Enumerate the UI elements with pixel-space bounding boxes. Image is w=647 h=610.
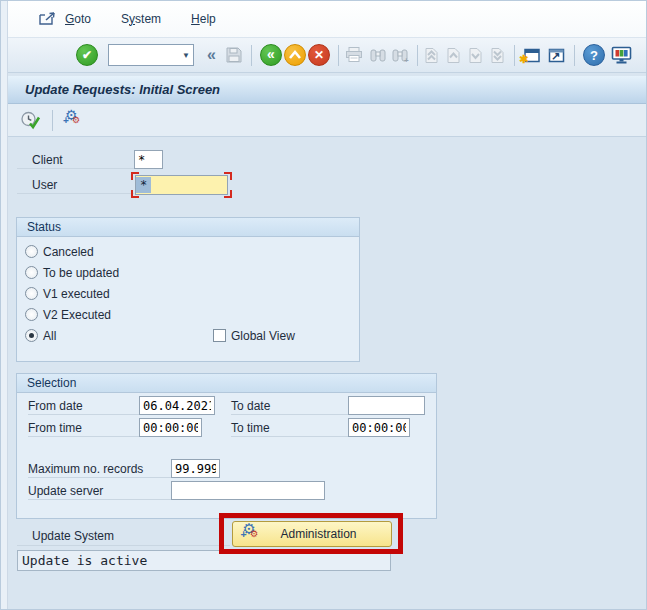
radio-label: All [43,329,56,343]
global-view-checkbox[interactable] [213,329,226,342]
toolbar-separator [52,110,53,131]
to-date-label: To date [231,398,348,415]
page-down-icon[interactable] [467,47,484,64]
gear-red-glyph: ⚙ [250,528,258,539]
toolbar-separator [338,45,339,66]
radio-v1-executed[interactable]: V1 executed [17,283,359,304]
focus-corner [131,190,139,198]
sap-menu-icon[interactable] [38,10,58,27]
radio-all[interactable]: All Global View [17,325,359,346]
update-system-label-row: Update System [17,528,230,546]
check-glyph: ✔ [82,48,92,62]
first-page-icon[interactable] [423,47,440,64]
radio-circle[interactable] [25,287,38,300]
from-date-label: From date [28,398,139,415]
focus-corner [131,172,139,180]
back-icon[interactable]: « [260,44,282,66]
toolbar-separator [417,45,418,66]
radio-label: V2 Executed [43,308,111,322]
create-shortcut-icon[interactable]: ↗ [547,47,566,64]
menu-label-part: oto [74,12,91,26]
radio-to-be-updated[interactable]: To be updated [17,262,359,283]
window-left-strip [0,0,7,610]
find-icon[interactable] [369,47,387,64]
to-time-label: To time [231,420,348,437]
from-date-input[interactable] [139,396,215,415]
status-group-title: Status [17,218,359,237]
gear-red-glyph: ⚙ [72,115,80,125]
administration-gears-icon[interactable]: ⚙ ⚙ + [63,111,82,130]
menu-label-part: elp [200,12,216,26]
user-input[interactable]: * [135,175,228,195]
page-up-icon[interactable] [445,47,462,64]
update-server-label: Update server [28,483,171,500]
selection-group-title: Selection [17,374,436,393]
collapse-icon[interactable]: « [207,46,216,64]
enter-icon[interactable]: ✔ [76,44,98,66]
new-session-icon[interactable]: ✱ [522,47,541,64]
client-input[interactable] [134,150,163,169]
dropdown-arrow-icon[interactable]: ▼ [182,51,190,60]
administration-button[interactable]: ⚙ ⚙ + Administration [232,521,392,547]
save-icon[interactable] [225,46,243,64]
radio-circle-selected[interactable] [25,329,38,342]
exit-icon[interactable] [284,44,306,66]
execute-icon[interactable] [20,111,42,130]
star-glyph: ✱ [519,53,528,66]
focus-corner [224,172,232,180]
menu-label-part: stem [135,12,161,26]
radio-circle[interactable] [25,266,38,279]
update-server-input[interactable] [171,481,325,500]
client-label: Client [17,152,63,168]
radio-label: V1 executed [43,287,110,301]
menu-system[interactable]: System [121,8,161,30]
svg-text:+: + [404,56,409,64]
cancel-icon[interactable]: ✕ [308,44,330,66]
max-records-label: Maximum no. records [28,461,171,478]
radio-canceled[interactable]: Canceled [17,241,359,262]
cancel-glyph: ✕ [314,48,324,62]
radio-circle[interactable] [25,245,38,258]
toolbar-separator [514,45,515,66]
menu-bar: Goto System Help [8,0,647,38]
find-next-icon[interactable]: + [391,47,409,64]
page-title: Update Requests: Initial Screen [8,76,647,104]
gear-plus-glyph: + [241,528,247,540]
from-time-label: From time [28,420,139,437]
shortcut-arrow-glyph: ↗ [551,50,560,63]
from-time-input[interactable] [139,418,202,437]
print-icon[interactable] [345,46,363,64]
radio-label: To be updated [43,266,119,280]
toolbar-separator [251,45,252,66]
client-label-row: Client [17,152,134,169]
update-status-display: Update is active [17,550,391,571]
user-label-row: User [17,177,134,194]
menu-label-part: S [121,12,129,26]
menu-help[interactable]: Help [191,8,216,30]
update-system-label: Update System [17,528,114,545]
global-view-label: Global View [231,329,295,343]
gear-plus-glyph: + [63,115,69,126]
selection-groupbox: Selection From date To date From time To… [16,373,437,519]
menu-items: Goto System Help [65,8,246,30]
status-groupbox: Status Canceled To be updated V1 execute… [16,217,360,362]
help-icon[interactable]: ? [583,44,605,66]
command-input[interactable] [111,46,177,64]
menu-label-key: G [65,12,74,26]
screen-title-bar: Update Requests: Initial Screen [8,76,647,104]
application-toolbar: ⚙ ⚙ + [8,104,647,137]
toolbar-separator [574,45,575,66]
back-glyph: « [267,46,275,62]
menu-goto[interactable]: Goto [65,8,91,30]
to-date-input[interactable] [348,396,425,415]
customize-layout-icon[interactable] [611,46,632,65]
max-records-input[interactable] [171,459,220,478]
command-field[interactable]: ▼ [108,44,194,66]
last-page-icon[interactable] [489,47,506,64]
radio-circle[interactable] [25,308,38,321]
administration-button-label: Administration [260,527,391,541]
to-time-input[interactable] [348,418,410,437]
radio-v2-executed[interactable]: V2 Executed [17,304,359,325]
global-view-checkbox-row[interactable]: Global View [213,325,295,346]
focus-corner [224,190,232,198]
